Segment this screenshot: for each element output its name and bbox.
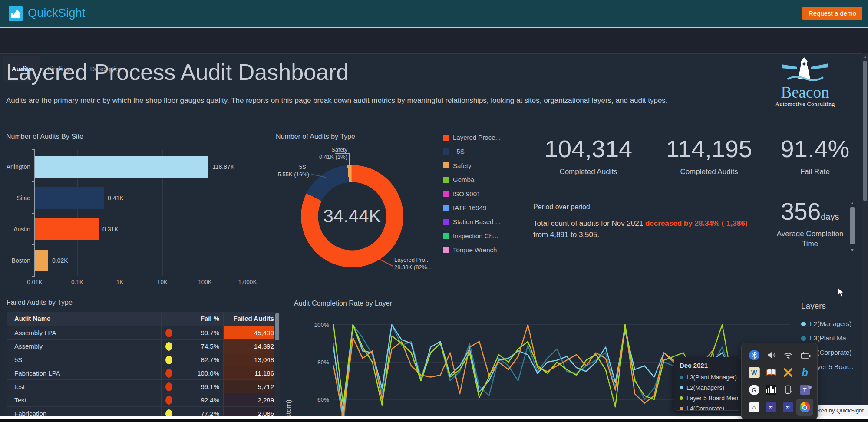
tray-icon-flight-x[interactable] [779,364,796,381]
cell-failed-audits: 14,392 [224,340,280,353]
cell-failed-audits: 13,048 [224,353,280,366]
page-scrollbar-thumb[interactable] [863,61,867,201]
legend-item-inspection-ch-[interactable]: Inspection Ch... [443,232,498,240]
table-row[interactable]: 5S82.7%13,048 [7,353,274,366]
tray-icon-wifi[interactable] [779,346,796,364]
table-scrollbar[interactable] [274,312,280,416]
grammarly-icon: G [749,385,759,395]
cell-fail-pct: 74.5% [179,340,219,353]
tray-icon-grammarly[interactable]: G [746,381,762,399]
col-fail-pct[interactable]: Fail % [179,312,219,326]
cell-fail-pct: 99.7% [179,326,219,340]
app-header: QuickSight Request a demo [0,0,868,27]
site-bar-plot[interactable]: 0.01K0.1K1K10K100K1,000KArlington118.87K… [0,130,280,287]
table-row[interactable]: Test92.4%2,289 [7,393,274,407]
table-row[interactable]: Assembly74.5%14,392 [7,339,274,353]
table-row[interactable]: Fabrication LPA100.0%11,186 [7,366,274,380]
tooltip-label: Layer 5 Board Memb [686,395,739,402]
donut-legend: Layered Proce..._5S_SafetyGembaISO 9001I… [443,130,512,280]
legend-item-iatf-16949[interactable]: IATF 16949 [443,204,486,211]
legend-item-torque-wrench[interactable]: Torque Wrench [443,246,497,254]
page-scrollbar[interactable]: ▲ [862,53,868,416]
scroll-down-icon[interactable]: ▼ [849,247,856,253]
column-separator [223,312,224,416]
scroll-up-icon[interactable]: ▲ [862,54,868,59]
legend-label: ISO 9001 [453,190,480,198]
callout-layered: Layered Pro...28.38K (82%... [394,256,451,271]
callout-line [349,153,350,165]
bar-austin[interactable] [35,218,99,240]
col-audit-name[interactable]: Audit Name [14,312,50,326]
bar-arlington[interactable] [35,156,208,178]
tray-icon-chrome[interactable] [796,399,813,416]
table-scrollbar-thumb[interactable] [275,313,279,340]
table-row[interactable]: Fabrication77.2%2,086 [7,406,274,416]
tray-icon-bing[interactable]: b [796,364,813,381]
bar-boston[interactable] [35,250,48,271]
tooltip-item: Layer 5 Board Memb [680,393,739,403]
legend-item--5s-[interactable]: _5S_ [443,148,468,155]
avg-value-row: 356days [768,198,852,225]
scroll-up-icon[interactable]: ▲ [849,201,856,206]
client-logo-name: Beacon [768,84,842,101]
cell-failed-audits: 11,186 [224,366,280,380]
fail-indicator-dot [165,409,172,416]
mouse-cursor [837,287,845,300]
tray-icon-battery[interactable] [796,346,813,364]
tray-icon-book[interactable] [762,364,779,381]
table-row[interactable]: Assembly LPA99.7%45,430 [7,326,274,340]
cell-fail-pct: 92.4% [179,393,219,407]
layers-legend: Layers L2(Managers)L3(Plant Ma...L4(Corp… [801,301,862,311]
tray-icon-word[interactable]: W [746,364,762,381]
layers-legend-item[interactable]: L2(Managers) [801,320,852,328]
x-tick-label: 1,000K [232,279,263,285]
tray-icon-quote-14[interactable]: ” [779,399,796,416]
legend-item-safety[interactable]: Safety [443,162,472,169]
legend-dot [801,322,806,326]
quote-icon: ” [783,402,793,412]
legend-item-layered-proce-[interactable]: Layered Proce... [443,134,501,141]
ytick-100: 100% [304,322,329,328]
cell-audit-name: Assembly LPA [14,326,56,340]
kpi-avg-completion: 356days Average CompletionTime [768,198,852,249]
legend-label: Gemba [453,176,474,183]
bar-value-label: 0.31K [102,218,119,240]
tooltip-label: L3(Plant Manager) [686,374,737,381]
kpi-label: Completed Audits [525,168,651,176]
tray-icon-stats[interactable] [762,381,779,399]
tray-icon-drive[interactable]: △ [746,399,762,416]
chart-title: Failed Audits by Type [7,299,73,307]
table-row[interactable]: test99.1%5,712 [7,379,274,393]
callout-line [335,153,350,154]
legend-swatch [443,162,449,168]
period-over-period: Period over period Total count of audits… [533,203,752,241]
tooltip-dot [680,376,683,379]
quicksight-logo-icon[interactable] [9,6,23,21]
donut-center-value: 34.44K [301,165,403,267]
tooltip-dot [680,386,683,389]
legend-item-gemba[interactable]: Gemba [443,176,474,183]
x-tick-label: 10K [147,279,178,285]
y-axis-tick [32,244,34,245]
bar-category-label: Silao [0,187,30,209]
legend-item-station-based-[interactable]: Station Based ... [443,218,501,225]
request-demo-button[interactable]: Request a demo [802,7,862,20]
legend-label: Torque Wrench [453,246,497,254]
layers-legend-item[interactable]: L3(Plant Ma... [801,334,852,342]
y-axis-tick [32,149,34,150]
legend-item-iso-9001[interactable]: ISO 9001 [443,190,480,198]
tray-icon-bluetooth[interactable] [746,346,762,364]
cell-audit-name: Fabrication [14,407,46,416]
page-subtitle: Audits are the primary metric by which t… [6,96,675,105]
tooltip-items: L3(Plant Manager)L2(Managers)Layer 5 Boa… [680,372,739,411]
quicksight-brand[interactable]: QuickSight [28,7,86,20]
callout-5s: _5S_5.55K (16%) [269,163,309,178]
tray-icon-teams[interactable]: T [796,381,813,399]
tray-icon-phone[interactable] [779,381,796,399]
kpi-scrollbar[interactable]: ▲ ▼ [849,201,856,254]
bar-silao[interactable] [35,187,104,209]
tray-icon-volume[interactable] [762,346,779,364]
kpi-scrollbar-thumb[interactable] [850,207,855,244]
col-failed-audits[interactable]: Failed Audits [219,312,274,326]
tray-icon-quote-13[interactable]: ” [762,399,779,416]
